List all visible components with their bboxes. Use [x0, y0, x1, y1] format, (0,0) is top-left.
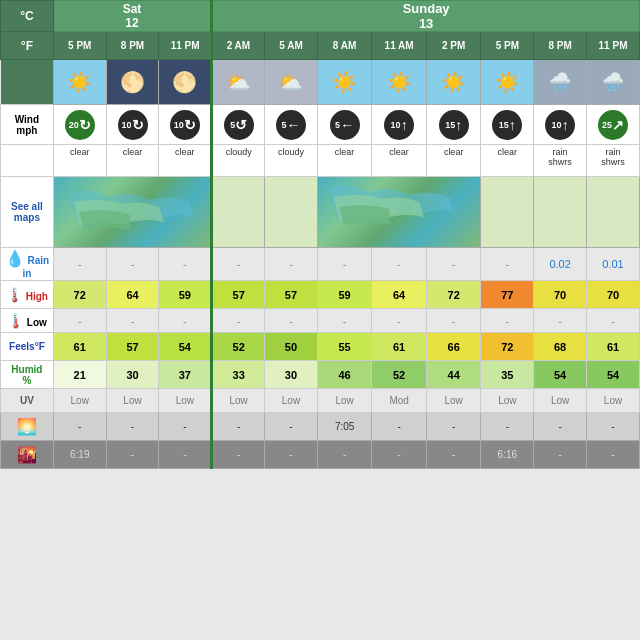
sat-header: Sat12 — [53, 1, 211, 32]
wind-8am-sun: 5← — [317, 105, 372, 145]
wind-8pm-sat: 10↻ — [106, 105, 159, 145]
sunrise-8am-sun: 7:05 — [317, 413, 372, 441]
feels-11pm-sat: 54 — [159, 333, 212, 361]
low-11pm-sun: - — [587, 309, 640, 333]
time-2am-sun: 2 AM — [212, 32, 265, 60]
time-8am-sun: 8 AM — [317, 32, 372, 60]
time-11pm-sun: 11 PM — [587, 32, 640, 60]
uv-2pm-sun: Low — [426, 389, 481, 413]
time-2pm-sun: 2 PM — [426, 32, 481, 60]
sunset-8pm-sat: - — [106, 441, 159, 469]
see-all-maps[interactable]: See allmaps — [1, 177, 54, 248]
sunrise-11pm-sun: - — [587, 413, 640, 441]
high-11pm-sat: 59 — [159, 281, 212, 309]
high-2am-sun: 57 — [212, 281, 265, 309]
sunset-2am-sun: - — [212, 441, 265, 469]
sunset-2pm-sun: - — [426, 441, 481, 469]
time-11pm-sat: 11 PM — [159, 32, 212, 60]
wind-2am-sun: 5↺ — [212, 105, 265, 145]
time-11am-sun: 11 AM — [372, 32, 427, 60]
sunrise-11pm-sat: - — [159, 413, 212, 441]
map-gap-5am — [265, 177, 318, 248]
time-5pm-sat: 5 PM — [53, 32, 106, 60]
rain-5am-sun: - — [265, 248, 318, 281]
uv-11pm-sat: Low — [159, 389, 212, 413]
cond-8pm-sun: rainshwrs — [534, 145, 587, 177]
humid-11pm-sat: 37 — [159, 361, 212, 389]
cond-5am-sun: cloudy — [265, 145, 318, 177]
weather-icon-8am-sun: ☀️ — [317, 60, 372, 105]
high-8pm-sat: 64 — [106, 281, 159, 309]
feels-11am-sun: 61 — [372, 333, 427, 361]
sunrise-8pm-sat: - — [106, 413, 159, 441]
weather-icon-11am-sun: ☀️ — [372, 60, 427, 105]
uv-8pm-sat: Low — [106, 389, 159, 413]
weather-icon-5am-sun: ⛅ — [265, 60, 318, 105]
high-5pm-sun: 77 — [481, 281, 534, 309]
wind-11am-sun: 10↑ — [372, 105, 427, 145]
sunrise-icon: 🌅 — [1, 413, 54, 441]
weather-icon-8pm-sun: 🌧️ — [534, 60, 587, 105]
wind-label: Windmph — [1, 105, 54, 145]
weather-icon-11pm-sun: 🌧️ — [587, 60, 640, 105]
rain-label: 💧 Rainin — [1, 248, 54, 281]
feels-5pm-sun: 72 — [481, 333, 534, 361]
humid-5pm-sat: 21 — [53, 361, 106, 389]
humid-5pm-sun: 35 — [481, 361, 534, 389]
cond-8pm-sat: clear — [106, 145, 159, 177]
high-5pm-sat: 72 — [53, 281, 106, 309]
high-8pm-sun: 70 — [534, 281, 587, 309]
feels-11pm-sun: 61 — [587, 333, 640, 361]
low-8pm-sat: - — [106, 309, 159, 333]
time-8pm-sat: 8 PM — [106, 32, 159, 60]
sunset-8am-sun: - — [317, 441, 372, 469]
wind-2pm-sun: 15↑ — [426, 105, 481, 145]
feels-2am-sun: 52 — [212, 333, 265, 361]
celsius-unit[interactable]: °C — [1, 1, 54, 32]
low-11am-sun: - — [372, 309, 427, 333]
humid-8pm-sat: 30 — [106, 361, 159, 389]
time-5pm-sun: 5 PM — [481, 32, 534, 60]
sunrise-5pm-sat: - — [53, 413, 106, 441]
rain-5pm-sun: - — [481, 248, 534, 281]
cond-11pm-sun: rainshwrs — [587, 145, 640, 177]
cond-11am-sun: clear — [372, 145, 427, 177]
uv-label: UV — [1, 389, 54, 413]
sun-header: Sunday13 — [212, 1, 640, 32]
humid-11am-sun: 52 — [372, 361, 427, 389]
sunset-8pm-sun: - — [534, 441, 587, 469]
low-11pm-sat: - — [159, 309, 212, 333]
map-sat[interactable] — [53, 177, 211, 248]
cond-2am-sun: cloudy — [212, 145, 265, 177]
uv-11pm-sun: Low — [587, 389, 640, 413]
sunset-icon: 🌇 — [1, 441, 54, 469]
wind-5pm-sun: 15↑ — [481, 105, 534, 145]
cond-8am-sun: clear — [317, 145, 372, 177]
time-5am-sun: 5 AM — [265, 32, 318, 60]
humid-5am-sun: 30 — [265, 361, 318, 389]
feels-8pm-sat: 57 — [106, 333, 159, 361]
time-8pm-sun: 8 PM — [534, 32, 587, 60]
humid-11pm-sun: 54 — [587, 361, 640, 389]
sunset-5pm-sun: 6:16 — [481, 441, 534, 469]
sunrise-2am-sun: - — [212, 413, 265, 441]
map-sun[interactable] — [317, 177, 481, 248]
low-5am-sun: - — [265, 309, 318, 333]
sunrise-2pm-sun: - — [426, 413, 481, 441]
map-gap-2am — [212, 177, 265, 248]
sunset-11pm-sat: - — [159, 441, 212, 469]
cond-11pm-sat: clear — [159, 145, 212, 177]
rain-8am-sun: - — [317, 248, 372, 281]
icon-label — [1, 60, 54, 105]
weather-icon-5pm-sun: ☀️ — [481, 60, 534, 105]
high-11am-sun: 64 — [372, 281, 427, 309]
high-8am-sun: 59 — [317, 281, 372, 309]
wind-5am-sun: 5← — [265, 105, 318, 145]
wind-11pm-sun: 25↗ — [587, 105, 640, 145]
cond-5pm-sun: clear — [481, 145, 534, 177]
sunrise-11am-sun: - — [372, 413, 427, 441]
rain-8pm-sun: 0.02 — [534, 248, 587, 281]
high-label: 🌡️ High — [1, 281, 54, 309]
high-11pm-sun: 70 — [587, 281, 640, 309]
fahrenheit-unit[interactable]: °F — [1, 32, 54, 60]
